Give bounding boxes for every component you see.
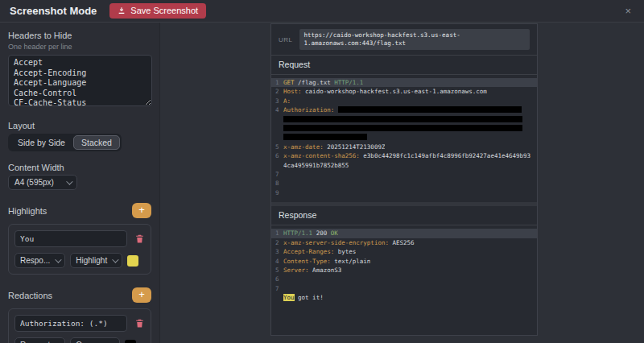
code-token: x-amz-server-side-encryption: xyxy=(283,239,389,246)
code-token: caido-workshop-hackfest.s3.us-east-1.ama… xyxy=(302,88,487,95)
add-highlight-button[interactable]: + xyxy=(132,203,151,218)
line-number: 1 xyxy=(271,229,283,238)
screenshot-preview-panel: URL https://caido-workshop-hackfest.s3.u… xyxy=(270,23,538,336)
code-line: 3A: xyxy=(271,97,537,105)
layout-option-stacked[interactable]: Stacked xyxy=(73,135,120,150)
download-icon xyxy=(118,6,126,14)
chevron-down-icon xyxy=(55,256,61,262)
code-token: HTTP/1.1 xyxy=(334,79,363,86)
code-line: 5x-amz-date: 20251214T213009Z xyxy=(271,143,537,151)
url-value: https://caido-workshop-hackfest.s3.us-ea… xyxy=(299,29,530,50)
redaction-bar xyxy=(283,134,367,140)
code-line: 8 xyxy=(271,179,537,188)
code-line: You got it! xyxy=(271,293,537,302)
code-token: AES256 xyxy=(389,239,415,246)
code-token: GET xyxy=(283,79,295,86)
layout-label: Layout xyxy=(8,121,151,130)
line-number: 7 xyxy=(271,170,283,179)
code-token: Content-Type: xyxy=(283,258,331,265)
line-number: 2 xyxy=(271,238,283,247)
highlight-pattern-input[interactable] xyxy=(14,230,127,247)
request-section-title: Request xyxy=(271,56,537,75)
code-token: 200 xyxy=(312,229,331,237)
highlights-label: Highlights xyxy=(8,206,47,216)
code-token: Server: xyxy=(283,267,309,274)
code-token: Accept-Ranges: xyxy=(283,248,334,255)
line-number xyxy=(271,293,283,302)
line-number: 3 xyxy=(271,97,283,105)
top-bar: Screenshot Mode Save Screenshot × xyxy=(0,0,644,23)
line-number xyxy=(271,124,283,133)
line-number: 4 xyxy=(271,105,283,114)
delete-highlight-button[interactable] xyxy=(134,233,145,244)
code-token: x-amz-content-sha256: xyxy=(283,152,360,159)
line-number: 8 xyxy=(271,179,283,188)
page-title: Screenshot Mode xyxy=(10,5,97,17)
save-screenshot-label: Save Screenshot xyxy=(130,6,198,15)
code-line: 5Server: AmazonS3 xyxy=(271,266,537,275)
code-token: AmazonS3 xyxy=(309,267,342,274)
response-card: Response 1HTTP/1.1 200 OK2x-amz-server-s… xyxy=(271,206,537,335)
code-line: 4Content-Type: text/plain xyxy=(271,257,537,266)
code-token: 20251214T213009Z xyxy=(324,143,386,151)
line-number: 6 xyxy=(271,275,283,283)
line-number xyxy=(271,161,283,170)
code-token: text/plain xyxy=(331,258,371,265)
code-line: 4ca495991b7852b855 xyxy=(271,161,537,170)
code-token: e3b0c44298fc1c149afbf4c8996fb92427ae41e4… xyxy=(360,152,530,159)
content-width-label: Content Width xyxy=(8,163,151,172)
close-icon[interactable]: × xyxy=(621,5,634,17)
code-line: 6 xyxy=(271,275,537,283)
url-row: URL https://caido-workshop-hackfest.s3.u… xyxy=(271,24,537,56)
code-token: bytes xyxy=(334,248,356,255)
line-number: 9 xyxy=(271,188,283,197)
code-token: Authorization: xyxy=(283,106,334,114)
layout-option-side-by-side[interactable]: Side by Side xyxy=(10,135,73,150)
highlight-color-swatch[interactable] xyxy=(127,255,138,267)
redaction-bar xyxy=(283,116,522,122)
url-label: URL xyxy=(279,36,293,43)
code-line: 3Accept-Ranges: bytes xyxy=(271,247,537,256)
code-line: 1HTTP/1.1 200 OK xyxy=(271,229,537,238)
response-code-block: 1HTTP/1.1 200 OK2x-amz-server-side-encry… xyxy=(271,225,537,307)
line-number: 1 xyxy=(271,78,283,87)
redaction-style-select[interactable]: Opaque xyxy=(70,337,120,343)
redaction-item-card: Request Opaque ✓ Group 1 xyxy=(8,308,151,343)
add-redaction-button[interactable]: + xyxy=(132,287,151,303)
request-code-block: 1GET /flag.txt HTTP/1.12Host: caido-work… xyxy=(271,75,537,202)
code-line xyxy=(271,115,537,124)
trash-icon xyxy=(134,318,145,329)
code-line: 1GET /flag.txt HTTP/1.1 xyxy=(271,78,537,87)
headers-to-hide-label: Headers to Hide xyxy=(8,31,151,40)
response-section-title: Response xyxy=(271,206,537,225)
redaction-scope-select[interactable]: Request xyxy=(14,337,65,343)
highlight-style-select[interactable]: Highlight xyxy=(70,253,122,268)
redaction-color-swatch[interactable] xyxy=(125,340,136,343)
request-card: URL https://caido-workshop-hackfest.s3.u… xyxy=(271,24,537,202)
code-line: 2x-amz-server-side-encryption: AES256 xyxy=(271,238,537,247)
line-number: 5 xyxy=(271,266,283,275)
code-line xyxy=(271,133,537,142)
highlight-scope-select[interactable]: Respo... xyxy=(14,253,65,268)
delete-redaction-button[interactable] xyxy=(134,318,145,329)
line-number: 5 xyxy=(271,143,283,151)
code-line xyxy=(271,124,537,133)
line-number xyxy=(271,115,283,124)
line-number: 4 xyxy=(271,257,283,266)
save-screenshot-button[interactable]: Save Screenshot xyxy=(109,3,206,19)
line-number: 6 xyxy=(271,151,283,160)
code-token: /flag.txt xyxy=(295,79,335,86)
trash-icon xyxy=(134,233,145,244)
highlight-mark: You xyxy=(283,294,295,301)
headers-to-hide-textarea[interactable]: Accept Accept-Encoding Accept-Language C… xyxy=(8,55,152,106)
code-line: 7 xyxy=(271,170,537,179)
code-token: HTTP/1.1 xyxy=(283,229,312,237)
redaction-pattern-input[interactable] xyxy=(14,315,127,332)
code-line: 6x-amz-content-sha256: e3b0c44298fc1c149… xyxy=(271,151,537,160)
line-number xyxy=(271,133,283,142)
code-token: A: xyxy=(283,97,291,105)
settings-sidebar: Headers to Hide One header per line Acce… xyxy=(0,23,160,343)
content-width-select[interactable]: A4 (595px) xyxy=(8,175,77,190)
line-number: 3 xyxy=(271,247,283,256)
content-width-value: A4 (595px) xyxy=(14,178,54,187)
